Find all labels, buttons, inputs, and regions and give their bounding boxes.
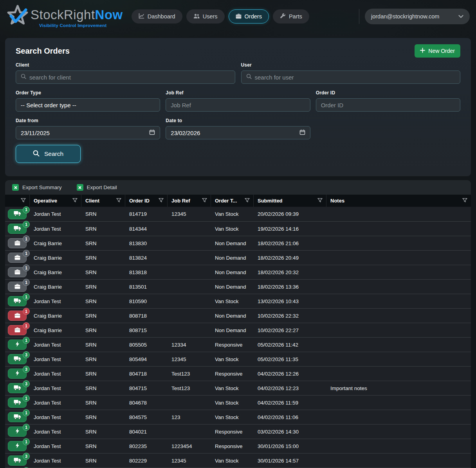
nav-tab-orders[interactable]: Orders [229, 9, 269, 23]
order-type-label: Order Type [16, 90, 160, 96]
order-id-cell: 814344 [125, 226, 168, 232]
column-label: Order ID [129, 198, 150, 204]
order-type-name-cell: Non Demand [211, 240, 254, 246]
client-search-input[interactable] [29, 74, 230, 81]
order-status-pill[interactable]: 3 [8, 369, 27, 379]
order-status-pill[interactable]: 1 [8, 238, 27, 248]
submitted-cell: 04/02/2026 11:06 [254, 414, 326, 420]
date-to-input[interactable]: 23/02/2026 [166, 126, 310, 139]
bolt-icon [15, 341, 20, 348]
table-row: 1Craig BarrieSRN813501Non Demand18/02/20… [5, 279, 471, 294]
client-cell: SRN [81, 298, 125, 304]
column-label: Job Ref [171, 198, 190, 204]
order-id-cell: 810590 [125, 298, 168, 304]
user-label: User [241, 62, 461, 68]
logo-star-icon [6, 4, 29, 29]
submitted-cell: 03/02/2026 14:30 [254, 429, 326, 435]
count-badge: 1 [23, 308, 30, 315]
order-type-select[interactable]: -- Select order type -- [16, 98, 160, 112]
order-status-pill[interactable]: 1 [8, 209, 27, 219]
job-ref-cell: 123 [168, 414, 211, 420]
order-type-cell: 1 [5, 325, 30, 335]
filter-icon[interactable] [202, 198, 207, 204]
job-ref-cell: 12334 [168, 342, 211, 348]
table-row: 3Jordan TestSRN80549412345Van Stock05/02… [5, 352, 471, 366]
order-status-pill[interactable]: 1 [8, 253, 27, 263]
operative-cell: Jordan Test [30, 429, 81, 435]
order-status-pill[interactable]: 1 [8, 426, 27, 437]
job-ref-input[interactable] [171, 102, 305, 108]
search-button[interactable]: Search [16, 145, 81, 163]
order-status-pill[interactable]: 1 [8, 267, 27, 277]
order-status-pill[interactable]: 1 [8, 412, 27, 422]
table-row: 1Craig BarrieSRN813830Non Demand18/02/20… [5, 236, 471, 250]
order-id-input[interactable] [321, 102, 455, 108]
bolt-icon [15, 370, 20, 377]
client-cell: SRN [81, 240, 125, 246]
filter-icon[interactable] [159, 198, 164, 204]
count-badge: 1 [23, 250, 30, 257]
filter-icon[interactable] [317, 198, 323, 204]
filter-icon[interactable] [462, 198, 467, 204]
column-header-operative: Operative [30, 195, 81, 207]
operative-cell: Jordan Test [30, 443, 81, 449]
submitted-cell: 05/02/2026 11:35 [254, 356, 326, 362]
order-status-pill[interactable]: 3 [8, 354, 27, 364]
operative-cell: Craig Barrie [30, 284, 81, 290]
order-status-pill[interactable]: 1 [8, 340, 27, 350]
submitted-cell: 04/02/2026 11:59 [254, 400, 326, 406]
order-status-pill[interactable]: 1 [8, 296, 27, 306]
client-cell: SRN [81, 385, 125, 391]
users-icon [193, 13, 200, 20]
order-status-pill[interactable]: 1 [8, 311, 27, 321]
order-status-pill[interactable]: 1 [8, 282, 27, 292]
filter-icon[interactable] [245, 198, 250, 204]
brand-tagline: Visibility Control Improvement [39, 23, 123, 28]
count-badge: 1 [23, 395, 30, 402]
order-id-cell: 804021 [125, 429, 168, 435]
table-row: 3Jordan TestSRN804718Test123Responsive04… [5, 366, 471, 381]
order-status-pill[interactable]: 1 [8, 325, 27, 335]
operative-cell: Craig Barrie [30, 269, 81, 275]
filter-icon[interactable] [21, 198, 26, 204]
date-from-field-group: Date from 23/11/2025 [16, 118, 160, 139]
table-row: 3Jordan TestSRN804715Test123Van Stock04/… [5, 381, 471, 395]
order-type-cell: 1 [5, 267, 30, 277]
nav-tab-parts[interactable]: Parts [273, 9, 309, 23]
client-cell: SRN [81, 284, 125, 290]
client-label: Client [16, 62, 235, 68]
nav-tab-label: Parts [289, 13, 302, 20]
orders-table-panel: Export Summary Export Detail OperativeCl… [5, 180, 471, 468]
order-type-name-cell: Non Demand [211, 269, 254, 275]
date-from-input[interactable]: 23/11/2025 [16, 126, 160, 139]
order-status-pill[interactable]: 3 [8, 455, 27, 466]
count-badge: 3 [23, 351, 30, 358]
submitted-cell: 10/02/2026 22:27 [254, 327, 326, 333]
order-type-cell: 1 [5, 412, 30, 422]
count-badge: 1 [23, 409, 30, 416]
new-order-button[interactable]: New Order [415, 44, 460, 58]
order-status-pill[interactable]: 1 [8, 441, 27, 451]
nav-tab-users[interactable]: Users [186, 9, 225, 23]
filter-icon[interactable] [72, 198, 78, 204]
order-status-pill[interactable]: 3 [8, 383, 27, 393]
order-status-pill[interactable]: 1 [8, 224, 27, 234]
chart-line-icon [139, 13, 144, 20]
truck-icon [14, 298, 21, 305]
truck-icon [14, 226, 21, 232]
search-icon [21, 74, 26, 81]
nav-tab-label: Orders [245, 13, 262, 20]
account-dropdown[interactable]: jordan@stockrightnow.com [365, 9, 470, 24]
table-row: 1Craig BarrieSRN813824Non Demand18/02/20… [5, 250, 471, 265]
order-id-cell: 813824 [125, 255, 168, 261]
filter-icon[interactable] [116, 198, 121, 204]
nav-tab-dashboard[interactable]: Dashboard [132, 9, 182, 23]
order-id-cell: 805505 [125, 342, 168, 348]
export-detail-button[interactable]: Export Detail [77, 184, 117, 191]
export-summary-button[interactable]: Export Summary [12, 184, 62, 191]
user-search-input[interactable] [255, 74, 456, 81]
search-icon [33, 150, 40, 158]
truck-icon [14, 414, 21, 421]
briefcase-icon [14, 284, 20, 290]
order-status-pill[interactable]: 1 [8, 398, 27, 408]
